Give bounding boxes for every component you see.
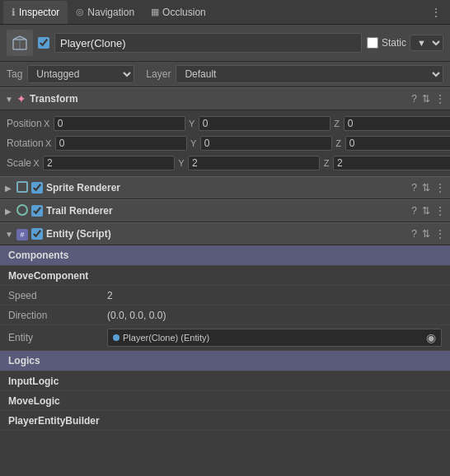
entity-field-value: Player(Clone) (Entity) bbox=[123, 333, 423, 343]
tab-inspector[interactable]: ℹ Inspector bbox=[3, 1, 68, 24]
trail-renderer-settings-icon[interactable]: ⇅ bbox=[422, 205, 430, 217]
input-logic-label: InputLogic bbox=[8, 376, 107, 387]
entity-row: Entity Player(Clone) (Entity) ◉ bbox=[0, 325, 450, 351]
transform-settings-icon[interactable]: ⇅ bbox=[422, 93, 430, 105]
entity-script-settings-icon[interactable]: ⇅ bbox=[422, 228, 430, 240]
trail-renderer-header: ▶ Trail Renderer ? ⇅ ⋮ bbox=[0, 199, 450, 222]
rotation-x-input[interactable] bbox=[55, 136, 187, 151]
inspector-tab-icon: ℹ bbox=[12, 7, 16, 18]
rotation-label: Rotation bbox=[7, 138, 44, 149]
speed-label: Speed bbox=[8, 290, 107, 301]
tab-navigation[interactable]: ◎ Navigation bbox=[68, 1, 143, 24]
entity-script-icon-wrap: # bbox=[16, 228, 28, 240]
direction-value: (0.0, 0.0, 0.0) bbox=[107, 310, 442, 321]
tab-navigation-label: Navigation bbox=[87, 7, 134, 18]
tab-bar-menu: ⋮ bbox=[430, 6, 447, 19]
entity-dot-icon bbox=[113, 334, 120, 341]
entity-select-button[interactable]: ◉ bbox=[426, 331, 436, 344]
rotation-z-input[interactable] bbox=[345, 136, 450, 151]
tab-occlusion-label: Occlusion bbox=[162, 7, 206, 18]
transform-body: Position X Y Z Rotation X Y Z bbox=[0, 110, 450, 176]
scale-row: Scale X Y Z bbox=[0, 153, 450, 173]
rotation-row: Rotation X Y Z bbox=[0, 133, 450, 153]
transform-collapse-icon[interactable]: ▼ bbox=[5, 95, 13, 103]
object-active-checkbox[interactable] bbox=[38, 37, 49, 49]
tag-label: Tag bbox=[7, 68, 22, 80]
trail-renderer-title: Trail Renderer bbox=[46, 205, 411, 217]
tab-bar: ℹ Inspector ◎ Navigation ▦ Occlusion ⋮ bbox=[0, 0, 450, 25]
speed-row: Speed 2 bbox=[0, 286, 450, 306]
sprite-renderer-actions: ? ⇅ ⋮ bbox=[411, 182, 445, 194]
entity-script-actions: ? ⇅ ⋮ bbox=[411, 228, 445, 240]
sprite-renderer-menu-icon[interactable]: ⋮ bbox=[435, 182, 445, 194]
transform-icon: ✦ bbox=[16, 92, 26, 105]
input-logic-row: InputLogic bbox=[0, 371, 450, 391]
trail-renderer-menu-icon[interactable]: ⋮ bbox=[435, 205, 445, 217]
trail-renderer-actions: ? ⇅ ⋮ bbox=[411, 205, 445, 217]
sprite-renderer-checkbox[interactable] bbox=[31, 182, 43, 194]
tab-menu-icon[interactable]: ⋮ bbox=[430, 6, 442, 19]
rotation-y-label: Y bbox=[189, 138, 199, 148]
position-y-label: Y bbox=[187, 119, 197, 128]
player-entity-builder-row: PlayerEntityBuilder bbox=[0, 411, 450, 431]
sprite-renderer-help-icon[interactable]: ? bbox=[411, 182, 417, 194]
trail-renderer-help-icon[interactable]: ? bbox=[411, 205, 417, 217]
static-area: Static ▼ bbox=[367, 35, 443, 51]
static-checkbox[interactable] bbox=[367, 37, 378, 49]
transform-menu-icon[interactable]: ⋮ bbox=[435, 93, 445, 105]
scale-z-label: Z bbox=[321, 158, 331, 168]
transform-actions: ? ⇅ ⋮ bbox=[411, 93, 445, 105]
entity-script-menu-icon[interactable]: ⋮ bbox=[435, 228, 445, 240]
rotation-x-label: X bbox=[44, 138, 54, 148]
sprite-renderer-collapse-icon[interactable]: ▶ bbox=[5, 184, 13, 192]
direction-row: Direction (0.0, 0.0, 0.0) bbox=[0, 306, 450, 325]
entity-script-collapse-icon[interactable]: ▼ bbox=[5, 230, 13, 238]
player-entity-builder-label: PlayerEntityBuilder bbox=[8, 415, 107, 427]
sprite-renderer-component: ▶ Sprite Renderer ? ⇅ ⋮ bbox=[0, 176, 450, 199]
scale-z-input[interactable] bbox=[333, 156, 450, 170]
object-header: Static ▼ bbox=[0, 25, 450, 62]
sprite-renderer-settings-icon[interactable]: ⇅ bbox=[422, 182, 430, 194]
scale-label: Scale bbox=[7, 157, 31, 169]
entity-label: Entity bbox=[8, 332, 107, 343]
scale-y-input[interactable] bbox=[188, 156, 320, 170]
scale-x-input[interactable] bbox=[43, 156, 175, 170]
trail-renderer-checkbox[interactable] bbox=[31, 205, 43, 217]
static-dropdown[interactable]: ▼ bbox=[410, 35, 443, 51]
layer-label: Layer bbox=[146, 68, 171, 80]
tab-inspector-label: Inspector bbox=[19, 7, 59, 18]
tab-occlusion[interactable]: ▦ Occlusion bbox=[143, 1, 214, 24]
tag-select[interactable]: Untagged bbox=[27, 65, 134, 83]
transform-help-icon[interactable]: ? bbox=[411, 93, 417, 105]
move-component-row: MoveComponent bbox=[0, 266, 450, 286]
layer-select[interactable]: Default bbox=[176, 65, 443, 83]
position-x-input[interactable] bbox=[54, 116, 185, 131]
rotation-xyz: X Y Z bbox=[44, 136, 450, 151]
scale-xyz: X Y Z bbox=[31, 156, 450, 170]
position-y-input[interactable] bbox=[199, 116, 330, 131]
entity-script-help-icon[interactable]: ? bbox=[411, 228, 417, 240]
trail-renderer-collapse-icon[interactable]: ▶ bbox=[5, 207, 13, 215]
entity-script-title: Entity (Script) bbox=[46, 228, 411, 240]
object-icon bbox=[7, 30, 33, 56]
rotation-y-input[interactable] bbox=[200, 136, 332, 151]
transform-component: ▼ ✦ Transform ? ⇅ ⋮ Position X Y Z bbox=[0, 87, 450, 176]
move-logic-row: MoveLogic bbox=[0, 391, 450, 411]
static-label: Static bbox=[382, 37, 406, 49]
move-logic-label: MoveLogic bbox=[8, 395, 107, 407]
entity-script-checkbox[interactable] bbox=[31, 228, 43, 240]
components-subheader: Components bbox=[0, 245, 450, 266]
scale-y-label: Y bbox=[176, 158, 186, 168]
scale-x-label: X bbox=[31, 158, 41, 168]
sprite-renderer-header: ▶ Sprite Renderer ? ⇅ ⋮ bbox=[0, 176, 450, 199]
sprite-renderer-title: Sprite Renderer bbox=[46, 182, 411, 194]
position-xyz: X Y Z bbox=[42, 116, 450, 131]
position-z-input[interactable] bbox=[344, 116, 450, 131]
position-z-label: Z bbox=[332, 119, 342, 128]
position-x-label: X bbox=[42, 119, 52, 128]
trail-renderer-icon-wrap bbox=[16, 204, 28, 218]
object-name-input[interactable] bbox=[54, 33, 362, 53]
logics-subheader: Logics bbox=[0, 351, 450, 371]
position-label: Position bbox=[7, 118, 42, 129]
inspector-panel: Static ▼ Tag Untagged Layer Default ▼ ✦ … bbox=[0, 25, 450, 476]
